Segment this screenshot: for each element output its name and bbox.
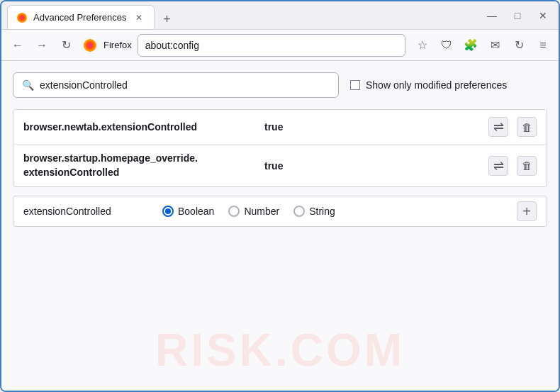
toggle-button-2[interactable]: ⇌ xyxy=(488,156,508,176)
delete-button-2[interactable]: 🗑 xyxy=(517,156,537,176)
new-pref-name: extensionControlled xyxy=(23,206,151,217)
tab-title: Advanced Preferences xyxy=(33,12,127,23)
toggle-button-1[interactable]: ⇌ xyxy=(488,117,508,137)
search-box[interactable]: 🔍 extensionControlled xyxy=(13,72,339,98)
radio-number-circle xyxy=(228,206,240,217)
add-preference-row: extensionControlled Boolean Number Strin… xyxy=(13,196,547,227)
pref-value-2: true xyxy=(264,160,488,172)
back-button[interactable]: ← xyxy=(7,35,28,56)
row-actions-1: ⇌ 🗑 xyxy=(488,117,537,137)
search-icon: 🔍 xyxy=(22,79,34,91)
watermark: RISK.COM xyxy=(155,324,405,376)
trash-icon-2: 🗑 xyxy=(522,159,532,172)
show-modified-section: Show only modified preferences xyxy=(350,79,507,91)
show-modified-label: Show only modified preferences xyxy=(366,79,507,91)
address-text: about:config xyxy=(145,40,398,51)
bookmark-icon[interactable]: ☆ xyxy=(413,35,432,55)
nav-icons: ☆ 🛡 🧩 ✉ ↻ ≡ xyxy=(413,35,553,55)
navigation-bar: ← → ↻ Firefox about:config ☆ 🛡 🧩 ✉ ↻ ≡ xyxy=(1,30,559,61)
forward-button[interactable]: → xyxy=(31,35,52,56)
pref-name-2: browser.startup.homepage_override.extens… xyxy=(23,152,264,179)
reload-button[interactable]: ↻ xyxy=(55,35,77,56)
radio-string[interactable]: String xyxy=(293,206,335,217)
shield-icon[interactable]: 🛡 xyxy=(437,35,457,55)
type-radio-group: Boolean Number String xyxy=(162,206,505,217)
search-input[interactable]: extensionControlled xyxy=(40,79,330,91)
pref-value-1: true xyxy=(264,121,488,133)
radio-string-circle xyxy=(293,206,305,217)
new-tab-button[interactable]: + xyxy=(157,9,177,29)
radio-boolean[interactable]: Boolean xyxy=(162,206,214,217)
mail-icon[interactable]: ✉ xyxy=(485,35,505,55)
radio-boolean-circle xyxy=(162,206,174,217)
search-section: 🔍 extensionControlled Show only modified… xyxy=(13,72,547,98)
firefox-logo-icon xyxy=(82,38,98,53)
title-bar: Advanced Preferences ✕ + — □ ✕ xyxy=(1,1,559,30)
browser-name-label: Firefox xyxy=(103,40,132,50)
tab-favicon xyxy=(16,12,28,23)
results-table: browser.newtab.extensionControlled true … xyxy=(13,109,547,187)
menu-icon[interactable]: ≡ xyxy=(533,35,553,55)
toggle-icon-2: ⇌ xyxy=(493,158,504,174)
row-actions-2: ⇌ 🗑 xyxy=(488,156,537,176)
browser-window: Advanced Preferences ✕ + — □ ✕ ← → ↻ Fir… xyxy=(0,0,560,392)
active-tab[interactable]: Advanced Preferences ✕ xyxy=(7,5,155,29)
radio-string-label: String xyxy=(309,206,335,217)
window-controls: — □ ✕ xyxy=(482,6,553,26)
show-modified-checkbox[interactable] xyxy=(350,80,360,90)
radio-number-label: Number xyxy=(244,206,279,217)
table-row: browser.startup.homepage_override.extens… xyxy=(13,145,547,186)
svg-point-2 xyxy=(20,16,24,20)
add-plus-button[interactable]: + xyxy=(517,201,537,221)
table-row: browser.newtab.extensionControlled true … xyxy=(13,110,547,145)
sync-icon[interactable]: ↻ xyxy=(509,35,529,55)
tab-area: Advanced Preferences ✕ + xyxy=(7,1,474,29)
toggle-icon-1: ⇌ xyxy=(493,119,504,135)
extension-icon[interactable]: 🧩 xyxy=(461,35,481,55)
radio-boolean-label: Boolean xyxy=(178,206,214,217)
address-bar[interactable]: about:config xyxy=(138,34,405,57)
page-content: RISK.COM 🔍 extensionControlled Show only… xyxy=(1,61,559,391)
trash-icon-1: 🗑 xyxy=(522,121,532,133)
close-button[interactable]: ✕ xyxy=(533,6,553,26)
maximize-button[interactable]: □ xyxy=(508,6,527,26)
delete-button-1[interactable]: 🗑 xyxy=(517,117,537,137)
svg-point-5 xyxy=(87,43,93,48)
minimize-button[interactable]: — xyxy=(482,6,502,26)
pref-name-1: browser.newtab.extensionControlled xyxy=(23,121,264,133)
radio-number[interactable]: Number xyxy=(228,206,279,217)
tab-close-button[interactable]: ✕ xyxy=(133,11,145,24)
